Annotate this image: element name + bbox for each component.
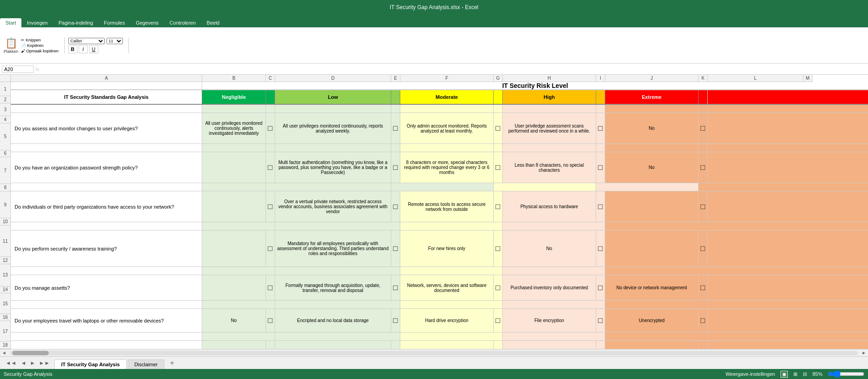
checkbox-r11-g[interactable]: ☐ — [495, 245, 501, 252]
page-layout-icon[interactable]: ⊞ — [793, 371, 797, 377]
r17-e[interactable]: ☐ — [391, 341, 400, 349]
h-scrollbar-thumb[interactable] — [12, 351, 49, 355]
tab-start[interactable]: Start — [0, 18, 21, 27]
r5-e[interactable]: ☐ — [391, 113, 400, 143]
font-select[interactable]: Calibri — [68, 38, 105, 44]
col-header-k[interactable]: K — [699, 75, 708, 82]
page-break-icon[interactable]: ⊟ — [803, 371, 807, 377]
row-num-12[interactable]: 12 — [0, 257, 10, 264]
r17-c[interactable]: ☐ — [266, 341, 275, 349]
checkbox-r15-e[interactable]: ☐ — [393, 317, 398, 324]
row-num-11[interactable]: 11 — [0, 225, 10, 257]
checkbox-r9-g[interactable]: ☐ — [495, 203, 501, 210]
nav-prev-arrow[interactable]: ◄ — [20, 360, 27, 366]
formula-input[interactable] — [41, 67, 866, 72]
checkbox-r9-c[interactable]: ☐ — [267, 203, 273, 210]
italic-button[interactable]: I — [79, 45, 88, 53]
row-num-18[interactable]: 18 — [0, 342, 10, 349]
checkbox-r13-k[interactable]: ☐ — [700, 284, 706, 292]
checkbox-r11-e[interactable]: ☐ — [393, 245, 398, 252]
underline-button[interactable]: U — [89, 45, 98, 53]
r7-e[interactable]: ☐ — [391, 152, 400, 183]
checkbox-r11-c[interactable]: ☐ — [267, 245, 273, 252]
checkbox-r15-k[interactable]: ☐ — [700, 317, 706, 324]
row-num-6[interactable]: 6 — [0, 150, 10, 158]
r5-g[interactable]: ☐ — [494, 113, 503, 143]
tab-controleren[interactable]: Controleren — [164, 18, 201, 27]
tab-beeld[interactable]: Beeld — [201, 18, 225, 27]
row-num-14[interactable]: 14 — [0, 287, 10, 294]
scroll-left-arrow[interactable]: ◄ — [0, 350, 8, 355]
r15-e[interactable]: ☐ — [391, 309, 400, 332]
row-num-13[interactable]: 13 — [0, 264, 10, 287]
r11-e[interactable]: ☐ — [391, 230, 400, 266]
tab-paginalayout[interactable]: Pagina-indeling — [53, 18, 99, 27]
checkbox-r13-c[interactable]: ☐ — [267, 284, 273, 292]
col-header-f[interactable]: F — [400, 75, 494, 82]
row-num-4[interactable]: 4 — [0, 116, 10, 123]
r13-e[interactable]: ☐ — [391, 275, 400, 300]
checkbox-r5-c[interactable]: ☐ — [267, 125, 273, 132]
row-num-5[interactable]: 5 — [0, 123, 10, 150]
nav-first-arrow[interactable]: ◄◄ — [4, 360, 18, 366]
view-settings[interactable]: Weergave-instellingen — [725, 371, 775, 377]
r7-k[interactable]: ☐ — [699, 152, 708, 183]
r7-c[interactable]: ☐ — [266, 152, 275, 183]
checkbox-r11-i[interactable]: ☐ — [597, 245, 603, 252]
r15-i[interactable]: ☐ — [596, 309, 605, 332]
row-num-10[interactable]: 10 — [0, 218, 10, 225]
row-num-7[interactable]: 7 — [0, 157, 10, 184]
col-header-l[interactable]: L — [708, 75, 803, 82]
row-num-9[interactable]: 9 — [0, 191, 10, 218]
cut-button[interactable]: ✂ Knippen — [21, 38, 59, 42]
nav-next-arrow[interactable]: ► — [29, 360, 36, 366]
checkbox-r7-e[interactable]: ☐ — [393, 164, 398, 171]
r13-k[interactable]: ☐ — [699, 275, 708, 300]
col-header-c[interactable]: C — [266, 75, 275, 82]
checkbox-r5-e[interactable]: ☐ — [393, 125, 398, 132]
r13-g[interactable]: ☐ — [494, 275, 503, 300]
checkbox-r13-i[interactable]: ☐ — [597, 284, 603, 292]
checkbox-r9-k[interactable]: ☐ — [700, 203, 706, 210]
h-scrollbar[interactable] — [10, 351, 858, 355]
r17-i[interactable]: ☐ — [596, 341, 605, 349]
col-header-b[interactable]: B — [202, 75, 266, 82]
r7-g[interactable]: ☐ — [494, 152, 503, 183]
format-painter-button[interactable]: 🖌 Opmaak kopiëren — [21, 49, 59, 53]
r11-i[interactable]: ☐ — [596, 230, 605, 266]
paste-button[interactable]: 📋Plakken — [4, 37, 18, 54]
col-header-i[interactable]: I — [596, 75, 605, 82]
nav-last-arrow[interactable]: ►► — [38, 360, 51, 366]
tab-gegevens[interactable]: Gegevens — [130, 18, 164, 27]
r13-c[interactable]: ☐ — [266, 275, 275, 300]
r13-i[interactable]: ☐ — [596, 275, 605, 300]
col-header-e[interactable]: E — [391, 75, 400, 82]
normal-view-icon[interactable]: ▣ — [781, 371, 788, 378]
r9-e[interactable]: ☐ — [391, 191, 400, 222]
checkbox-r15-c[interactable]: ☐ — [267, 317, 273, 324]
checkbox-r15-g[interactable]: ☐ — [495, 317, 501, 324]
checkbox-r7-c[interactable]: ☐ — [267, 164, 273, 171]
checkbox-r9-e[interactable]: ☐ — [393, 203, 398, 210]
row-num-8[interactable]: 8 — [0, 184, 10, 191]
checkbox-r7-g[interactable]: ☐ — [495, 164, 501, 171]
row-num-16[interactable]: 16 — [0, 314, 10, 321]
checkbox-r13-g[interactable]: ☐ — [495, 284, 501, 292]
r11-g[interactable]: ☐ — [494, 230, 503, 266]
col-header-d[interactable]: D — [275, 75, 391, 82]
r11-k[interactable]: ☐ — [699, 230, 708, 266]
r15-g[interactable]: ☐ — [494, 309, 503, 332]
r9-c[interactable]: ☐ — [266, 191, 275, 222]
checkbox-r5-g[interactable]: ☐ — [495, 125, 501, 132]
name-box[interactable] — [2, 66, 34, 73]
checkbox-r13-e[interactable]: ☐ — [393, 284, 398, 292]
r15-k[interactable]: ☐ — [699, 309, 708, 332]
r5-c[interactable]: ☐ — [266, 113, 275, 143]
col-header-m[interactable]: M — [803, 75, 812, 82]
row-num-1[interactable]: 1 — [0, 82, 10, 96]
col-header-a[interactable]: A — [11, 75, 202, 82]
tab-disclaimer[interactable]: Disclaimer — [128, 359, 164, 369]
r7-i[interactable]: ☐ — [596, 152, 605, 183]
checkbox-r5-i[interactable]: ☐ — [597, 125, 603, 132]
col-header-j[interactable]: J — [605, 75, 699, 82]
